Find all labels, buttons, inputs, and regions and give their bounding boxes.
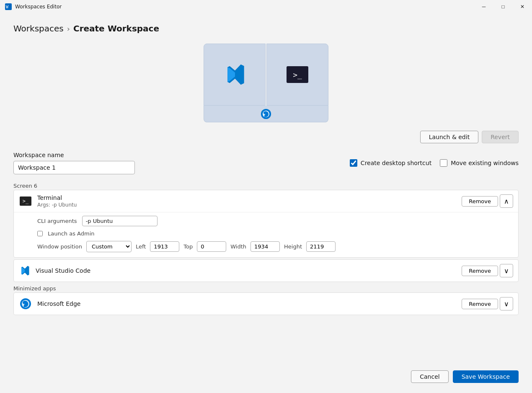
breadcrumb: Workspaces › Create Workspace (13, 23, 519, 34)
move-windows-checkbox[interactable] (440, 159, 447, 167)
edge-preview-bar (204, 106, 328, 122)
create-shortcut-checkbox[interactable] (350, 159, 357, 167)
terminal-app-args: Args: -p Ubuntu (37, 202, 457, 208)
launch-edit-button[interactable]: Launch & edit (420, 131, 478, 143)
workspace-name-label: Workspace name (13, 152, 135, 158)
minimized-apps-header: Minimized apps (13, 285, 519, 292)
preview-top-row: >_ (204, 44, 328, 106)
launch-admin-row: Launch as Admin (37, 230, 511, 237)
maximize-button[interactable]: □ (493, 0, 513, 13)
edge-app-info: Microsoft Edge (37, 300, 457, 307)
launch-admin-label[interactable]: Launch as Admin (48, 230, 95, 237)
app-icon: W (5, 3, 12, 10)
main-content: Workspaces › Create Workspace >_ (0, 13, 532, 393)
width-label: Width (230, 243, 246, 250)
screen6-header: Screen 6 (13, 183, 519, 189)
move-windows-item: Move existing windows (440, 159, 519, 167)
terminal-collapse-button[interactable]: ∧ (500, 194, 513, 208)
vscode-app-row: Visual Studio Code Remove ∨ (14, 260, 518, 282)
terminal-app-info: Terminal Args: -p Ubuntu (37, 194, 457, 208)
edge-app-card: Microsoft Edge Remove ∨ (13, 292, 519, 315)
vscode-app-info: Visual Studio Code (36, 267, 457, 274)
top-input[interactable] (197, 241, 226, 252)
launch-admin-checkbox[interactable] (37, 231, 43, 236)
preview-container: >_ (204, 44, 328, 122)
window-position-select[interactable]: Custom Default Maximized (86, 241, 132, 252)
vscode-app-card: Visual Studio Code Remove ∨ (13, 259, 519, 282)
edge-expand-button[interactable]: ∨ (500, 297, 513, 310)
cli-args-input[interactable] (82, 216, 158, 226)
titlebar-controls: ─ □ ✕ (474, 0, 532, 13)
edge-remove-button[interactable]: Remove (462, 299, 498, 309)
content-scroll: Screen 6 >_ Terminal Args: -p Ubuntu Rem… (12, 181, 520, 364)
vscode-icon-small (19, 265, 31, 277)
vscode-icon-large (222, 62, 247, 87)
terminal-small-icon: >_ (20, 196, 31, 206)
terminal-preview-cell: >_ (266, 44, 328, 106)
workspace-preview: >_ (13, 44, 519, 122)
terminal-app-card: >_ Terminal Args: -p Ubuntu Remove ∧ (13, 190, 519, 258)
cancel-button[interactable]: Cancel (411, 370, 448, 383)
vscode-preview-cell (204, 44, 266, 106)
workspace-name-left: Workspace name (13, 152, 135, 174)
save-workspace-button[interactable]: Save Workspace (453, 370, 519, 383)
edge-app-name: Microsoft Edge (37, 300, 457, 307)
revert-button[interactable]: Revert (482, 131, 519, 143)
left-input[interactable] (150, 241, 179, 252)
terminal-app-row: >_ Terminal Args: -p Ubuntu Remove ∧ (14, 190, 518, 212)
top-label: Top (183, 243, 193, 250)
vscode-app-icon (19, 265, 31, 277)
workspace-name-section: Workspace name Create desktop shortcut M… (13, 152, 519, 174)
action-row: Launch & edit Revert (13, 131, 519, 143)
terminal-app-name: Terminal (37, 194, 457, 201)
chevron-up-icon: ∧ (504, 197, 509, 205)
window-position-label: Window position (37, 243, 82, 250)
left-label: Left (136, 243, 146, 250)
workspace-name-right: Create desktop shortcut Move existing wi… (350, 159, 519, 167)
width-input[interactable] (251, 241, 280, 252)
terminal-icon-large: >_ (287, 66, 308, 83)
vscode-remove-button[interactable]: Remove (462, 266, 498, 276)
terminal-app-actions: Remove ∧ (462, 194, 513, 208)
create-shortcut-label[interactable]: Create desktop shortcut (361, 160, 431, 166)
cli-args-row: CLI arguments (37, 216, 511, 226)
move-windows-label[interactable]: Move existing windows (451, 160, 519, 166)
edge-icon-small (20, 298, 31, 310)
breadcrumb-parent[interactable]: Workspaces (13, 23, 64, 34)
vscode-expand-button[interactable]: ∨ (500, 264, 513, 277)
window-position-row: Window position Custom Default Maximized… (37, 241, 511, 252)
titlebar: W Workspaces Editor ─ □ ✕ (0, 0, 532, 13)
edge-app-row: Microsoft Edge Remove ∨ (14, 293, 518, 315)
edge-app-actions: Remove ∨ (462, 297, 513, 310)
titlebar-title: Workspaces Editor (15, 4, 62, 10)
terminal-app-icon: >_ (19, 194, 32, 208)
terminal-app-details: CLI arguments Launch as Admin Window pos… (14, 212, 518, 257)
svg-text:W: W (6, 5, 9, 9)
svg-point-2 (261, 109, 271, 119)
height-label: Height (284, 243, 302, 250)
close-button[interactable]: ✕ (513, 0, 532, 13)
breadcrumb-separator: › (67, 24, 70, 33)
chevron-down-icon: ∨ (504, 267, 509, 275)
chevron-down-icon-edge: ∨ (504, 300, 509, 308)
workspace-name-input[interactable] (13, 161, 135, 174)
height-input[interactable] (306, 241, 336, 252)
edge-icon-preview (261, 109, 271, 119)
breadcrumb-current: Create Workspace (73, 23, 159, 34)
cli-args-label: CLI arguments (37, 218, 77, 224)
terminal-remove-button[interactable]: Remove (462, 196, 498, 207)
edge-app-icon (19, 297, 32, 310)
footer: Cancel Save Workspace (13, 364, 519, 393)
vscode-app-name: Visual Studio Code (36, 267, 457, 274)
vscode-app-actions: Remove ∨ (462, 264, 513, 277)
minimize-button[interactable]: ─ (474, 0, 493, 13)
create-shortcut-item: Create desktop shortcut (350, 159, 431, 167)
titlebar-left: W Workspaces Editor (5, 3, 62, 10)
